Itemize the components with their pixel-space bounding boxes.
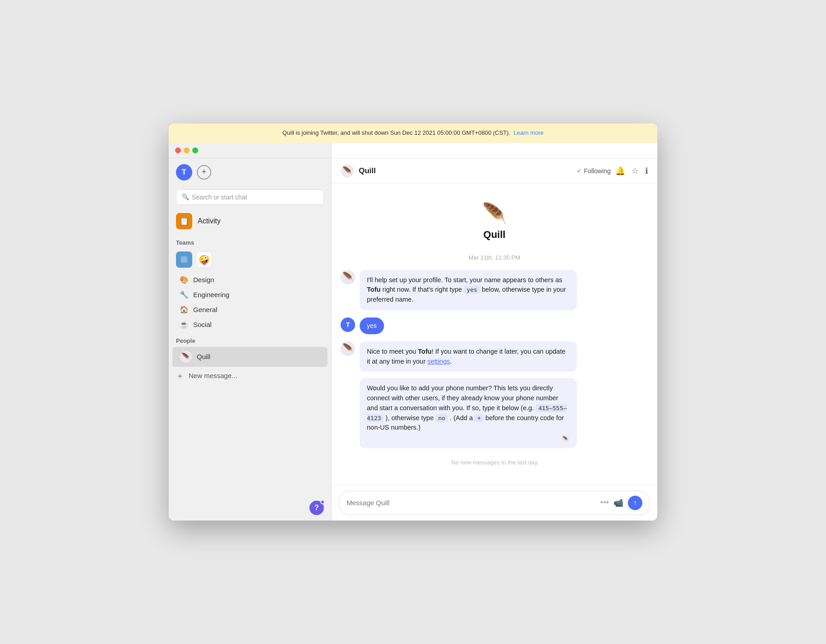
window-controls	[169, 143, 331, 158]
team-avatars: 🤪	[169, 249, 331, 272]
user-avatar: T	[176, 164, 192, 180]
message-input[interactable]	[347, 499, 596, 507]
message-bubble-4: Would you like to add your phone number?…	[360, 378, 577, 448]
engineering-icon: 🔧	[180, 290, 189, 299]
design-icon: 🎨	[180, 275, 189, 284]
bot-profile: 🪶 Quill	[341, 193, 648, 245]
chat-input-area: ••• 📹 ↑	[332, 485, 657, 521]
general-icon: 🏠	[180, 305, 189, 314]
code-plus: +	[475, 414, 484, 422]
team-avatar-blue[interactable]	[176, 251, 192, 268]
activity-label: Activity	[198, 217, 221, 225]
message-bubble-2: yes	[360, 317, 384, 334]
sidebar: T + 🔍 Search or start chat 📋 Activity Te…	[169, 159, 332, 521]
chat-header-bot-icon: 🪶	[341, 164, 354, 178]
svg-text:🪶: 🪶	[342, 271, 354, 282]
star-icon[interactable]: ☆	[631, 166, 639, 176]
notification-icon[interactable]: 🔔	[615, 166, 625, 176]
activity-icon: 📋	[176, 213, 192, 229]
send-button[interactable]: ↑	[628, 496, 642, 510]
message-timestamp: Mar 11th, 11:35 PM	[341, 254, 648, 261]
video-icon[interactable]: 📹	[613, 498, 623, 508]
more-options-icon[interactable]: •••	[600, 498, 609, 507]
new-message-icon: ＋	[176, 370, 184, 381]
user-avatar-msg: T	[341, 317, 355, 332]
new-message-label: New message...	[189, 372, 237, 379]
help-button[interactable]: ?	[309, 501, 324, 515]
people-section-label: People	[169, 332, 331, 347]
svg-text:🪶: 🪶	[181, 352, 190, 361]
chat-header-name: Quill	[359, 166, 572, 175]
person-quill[interactable]: 🪶 Quill	[172, 347, 328, 367]
teams-section-label: Teams	[169, 234, 331, 249]
search-bar[interactable]: 🔍 Search or start chat	[176, 189, 324, 205]
small-bot-icon: 🪶	[367, 435, 570, 443]
code-phone: 415–555–4123	[367, 404, 567, 422]
no-messages-divider: No new messages in the last day	[341, 459, 648, 466]
message-row-2: T yes	[341, 317, 648, 334]
banner-text: Quill is joining Twitter, and will shut …	[282, 129, 510, 136]
message-bubble-3: Nice to meet you Tofu! If you want to ch…	[360, 341, 577, 372]
bot-profile-name: Quill	[484, 229, 506, 241]
code-yes-1: yes	[464, 286, 479, 294]
svg-text:🪶: 🪶	[562, 436, 569, 442]
search-placeholder: Search or start chat	[192, 194, 247, 201]
message-bubble-1: I'll help set up your profile. To start,…	[360, 270, 577, 310]
following-label: Following	[584, 167, 611, 175]
channel-social-label: Social	[193, 321, 212, 328]
channel-design[interactable]: 🎨 Design	[172, 272, 328, 287]
banner: Quill is joining Twitter, and will shut …	[169, 123, 657, 142]
channel-engineering[interactable]: 🔧 Engineering	[172, 287, 328, 302]
chat-input-row: ••• 📹 ↑	[339, 491, 650, 515]
following-button[interactable]: ✓ Following	[577, 167, 611, 175]
info-icon[interactable]: ℹ	[645, 166, 648, 176]
channel-general-label: General	[193, 306, 217, 313]
activity-item[interactable]: 📋 Activity	[169, 208, 331, 234]
channels-list: 🎨 Design 🔧 Engineering 🏠 General ☕ Socia…	[169, 272, 331, 332]
channel-engineering-label: Engineering	[193, 291, 229, 298]
message-row-3-4: 🪶 Nice to meet you Tofu! If you want to …	[341, 341, 648, 448]
code-no: no	[436, 414, 448, 422]
minimize-button[interactable]	[184, 147, 190, 153]
chat-header: 🪶 Quill ✓ Following 🔔 ☆ ℹ	[332, 159, 657, 184]
channel-social[interactable]: ☕ Social	[172, 317, 328, 332]
channel-general[interactable]: 🏠 General	[172, 302, 328, 317]
header-icons: 🔔 ☆ ℹ	[615, 166, 648, 176]
new-message-item[interactable]: ＋ New message...	[169, 367, 331, 385]
bot-avatar-2: 🪶	[341, 341, 355, 356]
svg-text:🪶: 🪶	[342, 343, 354, 354]
svg-text:🪶: 🪶	[342, 166, 353, 176]
banner-link[interactable]: Learn more	[513, 129, 543, 136]
message-row-1: 🪶 I'll help set up your profile. To star…	[341, 270, 648, 310]
chat-messages: 🪶 Quill Mar 11th, 11:35 PM 🪶 I'll help s…	[332, 184, 657, 485]
svg-rect-1	[181, 256, 187, 263]
add-button[interactable]: +	[197, 165, 211, 180]
bot-bubbles-col: Nice to meet you Tofu! If you want to ch…	[360, 341, 577, 448]
settings-link[interactable]: settings	[427, 358, 450, 365]
bot-avatar-1: 🪶	[341, 270, 355, 284]
channel-design-label: Design	[193, 276, 214, 284]
team-avatar-emoji[interactable]: 🤪	[196, 251, 212, 268]
fullscreen-button[interactable]	[192, 147, 198, 153]
person-quill-name: Quill	[197, 353, 210, 360]
close-button[interactable]	[175, 147, 181, 153]
quill-person-icon: 🪶	[180, 350, 192, 363]
sidebar-top: T +	[169, 159, 331, 186]
help-badge	[320, 500, 325, 504]
check-icon: ✓	[577, 167, 582, 174]
sidebar-footer: ?	[169, 495, 331, 521]
search-icon: 🔍	[182, 194, 189, 200]
bot-logo: 🪶	[482, 202, 507, 225]
chat-area: 🪶 Quill ✓ Following 🔔 ☆ ℹ 🪶	[332, 159, 657, 521]
social-icon: ☕	[180, 320, 189, 329]
